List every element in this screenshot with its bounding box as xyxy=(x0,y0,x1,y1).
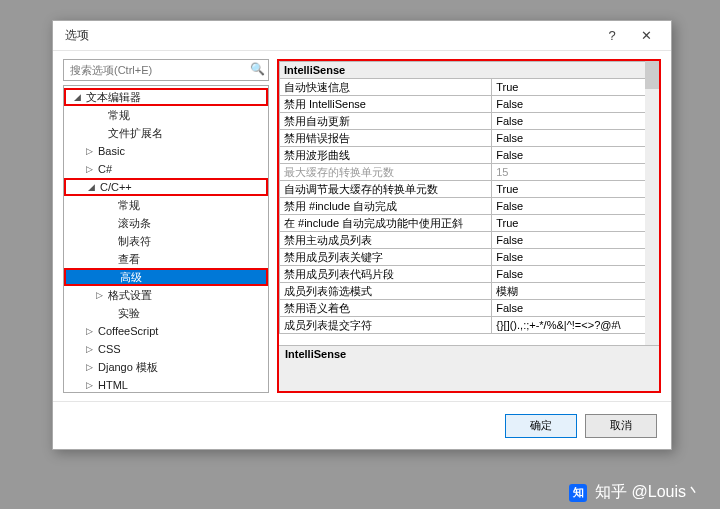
tree-item[interactable]: ▷CoffeeScript xyxy=(64,322,268,340)
property-row[interactable]: 在 #include 自动完成功能中使用正斜True xyxy=(280,215,659,232)
tree-item[interactable]: ▷CSS xyxy=(64,340,268,358)
property-name: 禁用错误报告 xyxy=(280,130,492,147)
property-name: 自动调节最大缓存的转换单元数 xyxy=(280,181,492,198)
cancel-button[interactable]: 取消 xyxy=(585,414,657,438)
search-input[interactable] xyxy=(63,59,269,81)
tree-item-label: C/C++ xyxy=(100,181,132,193)
tree-item[interactable]: ◢C/C++ xyxy=(64,178,268,196)
property-row[interactable]: 禁用 #include 自动完成False xyxy=(280,198,659,215)
property-value[interactable]: False xyxy=(492,266,659,283)
property-name: 禁用 IntelliSense xyxy=(280,96,492,113)
watermark-text: 知乎 @Louis丶 xyxy=(595,482,702,503)
expand-icon: ▷ xyxy=(84,380,94,390)
scrollbar[interactable] xyxy=(645,61,659,345)
tree-item-label: HTML xyxy=(98,379,128,391)
tree-item[interactable]: ▷C# xyxy=(64,160,268,178)
property-row[interactable]: 禁用波形曲线False xyxy=(280,147,659,164)
property-row[interactable]: 自动调节最大缓存的转换单元数True xyxy=(280,181,659,198)
property-value[interactable]: True xyxy=(492,215,659,232)
tree-item[interactable]: 实验 xyxy=(64,304,268,322)
titlebar: 选项 ? ✕ xyxy=(53,21,671,51)
property-name: 禁用成员列表代码片段 xyxy=(280,266,492,283)
property-value[interactable]: False xyxy=(492,130,659,147)
property-name: 最大缓存的转换单元数 xyxy=(280,164,492,181)
tree-item-label: 常规 xyxy=(108,108,130,123)
property-name: 成员列表筛选模式 xyxy=(280,283,492,300)
property-value[interactable]: 模糊 xyxy=(492,283,659,300)
tree-item[interactable]: ▷Basic xyxy=(64,142,268,160)
property-name: 禁用语义着色 xyxy=(280,300,492,317)
expand-icon: ▷ xyxy=(84,362,94,372)
search-box: 🔍 xyxy=(63,59,269,81)
property-value[interactable]: 15 xyxy=(492,164,659,181)
close-button[interactable]: ✕ xyxy=(629,25,663,47)
property-row[interactable]: 禁用 IntelliSenseFalse xyxy=(280,96,659,113)
tree-item[interactable]: 常规 xyxy=(64,106,268,124)
property-row[interactable]: 禁用错误报告False xyxy=(280,130,659,147)
ok-button[interactable]: 确定 xyxy=(505,414,577,438)
search-icon: 🔍 xyxy=(250,62,265,76)
options-tree[interactable]: ◢文本编辑器常规文件扩展名▷Basic▷C#◢C/C++常规滚动条制表符查看高级… xyxy=(63,85,269,393)
property-name: 成员列表提交字符 xyxy=(280,317,492,334)
grid-header: IntelliSense xyxy=(280,62,659,79)
property-value[interactable]: False xyxy=(492,198,659,215)
expand-icon: ▷ xyxy=(94,290,104,300)
tree-item[interactable]: 滚动条 xyxy=(64,214,268,232)
property-name: 禁用成员列表关键字 xyxy=(280,249,492,266)
tree-item-label: 常规 xyxy=(118,198,140,213)
dialog-title: 选项 xyxy=(65,27,595,44)
property-row[interactable]: 禁用主动成员列表False xyxy=(280,232,659,249)
tree-item[interactable]: ▷Django 模板 xyxy=(64,358,268,376)
tree-item[interactable]: 高级 xyxy=(64,268,268,286)
property-name: 禁用自动更新 xyxy=(280,113,492,130)
property-row[interactable]: 禁用成员列表关键字False xyxy=(280,249,659,266)
tree-item-label: 滚动条 xyxy=(118,216,151,231)
property-value[interactable]: False xyxy=(492,249,659,266)
property-row[interactable]: 成员列表提交字符{}[]().,:;+-*/%&|^!=<>?@#\ xyxy=(280,317,659,334)
property-row[interactable]: 最大缓存的转换单元数15 xyxy=(280,164,659,181)
property-value[interactable]: False xyxy=(492,113,659,130)
tree-item-label: 文件扩展名 xyxy=(108,126,163,141)
property-value[interactable]: True xyxy=(492,79,659,96)
property-row[interactable]: 成员列表筛选模式模糊 xyxy=(280,283,659,300)
tree-item[interactable]: 文件扩展名 xyxy=(64,124,268,142)
tree-item-label: CoffeeScript xyxy=(98,325,158,337)
tree-item[interactable]: 制表符 xyxy=(64,232,268,250)
help-button[interactable]: ? xyxy=(595,25,629,47)
tree-item-label: Basic xyxy=(98,145,125,157)
expand-icon: ▷ xyxy=(84,326,94,336)
tree-item[interactable]: ▷HTML xyxy=(64,376,268,393)
watermark: 知 知乎 @Louis丶 xyxy=(569,482,702,503)
tree-item[interactable]: 查看 xyxy=(64,250,268,268)
property-value[interactable]: True xyxy=(492,181,659,198)
tree-item[interactable]: ▷格式设置 xyxy=(64,286,268,304)
tree-item-label: 查看 xyxy=(118,252,140,267)
tree-item[interactable]: 常规 xyxy=(64,196,268,214)
property-row[interactable]: 禁用语义着色False xyxy=(280,300,659,317)
options-dialog: 选项 ? ✕ 🔍 ◢文本编辑器常规文件扩展名▷Basic▷C#◢C/C++常规滚… xyxy=(52,20,672,450)
expand-icon: ▷ xyxy=(84,146,94,156)
property-name: 禁用波形曲线 xyxy=(280,147,492,164)
tree-item-label: C# xyxy=(98,163,112,175)
description-title: IntelliSense xyxy=(279,346,659,362)
tree-item-label: CSS xyxy=(98,343,121,355)
expand-icon: ◢ xyxy=(86,182,96,192)
property-grid[interactable]: IntelliSense 自动快速信息True禁用 IntelliSenseFa… xyxy=(279,61,659,345)
property-row[interactable]: 自动快速信息True xyxy=(280,79,659,96)
tree-item-label: Django 模板 xyxy=(98,360,158,375)
tree-item-label: 实验 xyxy=(118,306,140,321)
property-value[interactable]: False xyxy=(492,232,659,249)
tree-item-label: 高级 xyxy=(120,270,142,285)
property-panel: IntelliSense 自动快速信息True禁用 IntelliSenseFa… xyxy=(277,59,661,393)
expand-icon: ▷ xyxy=(84,344,94,354)
property-row[interactable]: 禁用自动更新False xyxy=(280,113,659,130)
zhihu-icon: 知 xyxy=(569,484,587,502)
property-value[interactable]: False xyxy=(492,147,659,164)
tree-item[interactable]: ◢文本编辑器 xyxy=(64,88,268,106)
property-value[interactable]: {}[]().,:;+-*/%&|^!=<>?@#\ xyxy=(492,317,659,334)
property-value[interactable]: False xyxy=(492,96,659,113)
expand-icon: ◢ xyxy=(72,92,82,102)
tree-item-label: 格式设置 xyxy=(108,288,152,303)
property-value[interactable]: False xyxy=(492,300,659,317)
property-row[interactable]: 禁用成员列表代码片段False xyxy=(280,266,659,283)
